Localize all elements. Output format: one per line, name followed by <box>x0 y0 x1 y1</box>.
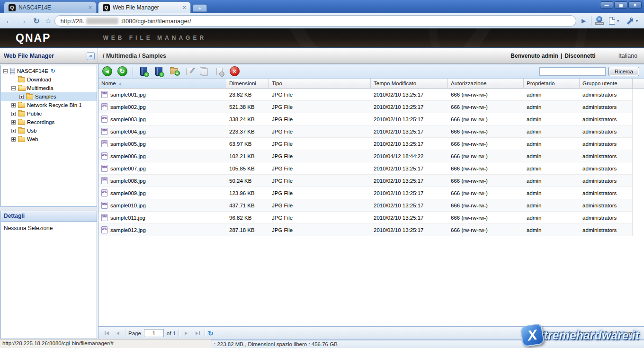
rename-icon <box>183 66 195 77</box>
table-row[interactable]: JPGsample002.jpg521.38 KBJPG File2010/02… <box>98 101 632 113</box>
table-row[interactable]: JPGsample009.jpg123.96 KBJPG File2010/02… <box>98 187 632 199</box>
column-header-label: Tempo Modificato <box>374 80 416 86</box>
refresh-grid-icon[interactable]: ↻ <box>208 330 214 337</box>
tree-item-web[interactable]: Web <box>1 135 97 143</box>
cell-owner: admin <box>524 190 580 196</box>
table-row[interactable]: JPGsample007.jpg105.85 KBJPG File2010/02… <box>98 162 632 175</box>
minimize-button[interactable]: — <box>600 1 613 9</box>
cell-type: JPG File <box>269 166 371 171</box>
page-of-label: of 1 <box>167 330 176 336</box>
toolbar-divider <box>591 16 591 26</box>
cell-text: administrators <box>582 227 617 233</box>
extension-icon[interactable]: a <box>595 16 604 26</box>
cell-modified: 2010/02/10 13:25:17 <box>371 190 448 196</box>
tab-nas-home[interactable]: Q NASC4F14E × <box>4 1 97 13</box>
tree-item-usb[interactable]: Usb <box>1 126 97 135</box>
page-menu-button[interactable]: ▼ <box>608 17 621 25</box>
cell-group: administrators <box>580 178 633 184</box>
cell-text: administrators <box>582 129 617 134</box>
cell-owner: admin <box>524 166 580 171</box>
table-row[interactable]: JPGsample008.jpg50.24 KBJPG File2010/02/… <box>98 175 632 187</box>
tree-item-label: Public <box>27 111 42 116</box>
expand-plus-icon[interactable] <box>19 95 24 99</box>
download-icon[interactable]: ↓ <box>153 66 164 77</box>
new-folder-icon[interactable]: + <box>168 66 179 77</box>
tree-refresh-icon[interactable]: ↻ <box>51 68 55 74</box>
column-header-group[interactable]: Gruppo utente <box>580 79 633 88</box>
back-nav-icon[interactable]: ← <box>4 17 14 25</box>
expand-plus-icon[interactable] <box>11 103 16 107</box>
jpg-file-icon: JPG <box>101 128 107 135</box>
cell-text: admin <box>527 153 541 159</box>
collapse-minus-icon[interactable] <box>11 86 16 90</box>
last-page-icon[interactable] <box>193 329 202 338</box>
new-tab-button[interactable]: + <box>193 4 207 12</box>
first-page-icon[interactable] <box>102 329 111 338</box>
table-row[interactable]: JPGsample011.jpg96.82 KBJPG File2010/02/… <box>98 212 632 224</box>
table-row[interactable]: JPGsample004.jpg223.37 KBJPG File2010/02… <box>98 125 632 138</box>
refresh-icon[interactable]: ↻ <box>116 66 128 77</box>
cell-text: sample006.jpg <box>110 153 146 159</box>
tab-web-file-manager[interactable]: Q Web File Manager × <box>98 1 191 13</box>
column-header-size[interactable]: Dimensioni <box>226 79 269 88</box>
forward-nav-icon[interactable]: → <box>18 17 28 25</box>
close-button[interactable]: × <box>628 1 642 9</box>
restore-button[interactable]: ▣ <box>614 1 627 9</box>
column-header-owner[interactable]: Proprietario <box>524 79 580 88</box>
page-number-input[interactable] <box>144 329 164 337</box>
expand-plus-icon[interactable] <box>11 112 16 116</box>
delete-icon[interactable]: × <box>229 66 240 77</box>
column-header-permission[interactable]: Autorizzazione <box>448 79 524 88</box>
bookmark-star-icon[interactable]: ☆ <box>45 17 51 25</box>
tree-item-network-recycle-bin-1[interactable]: Network Recycle Bin 1 <box>1 101 97 109</box>
language-selector[interactable]: Italiano <box>618 53 637 59</box>
tree-item-public[interactable]: Public <box>1 109 97 118</box>
welcome-area: Benvenuto admin | Disconnetti <box>510 53 595 59</box>
previous-page-icon[interactable] <box>114 329 122 338</box>
tab-close-icon[interactable]: × <box>183 4 186 11</box>
search-button[interactable]: Ricerca <box>608 67 639 76</box>
cell-text: sample007.jpg <box>110 166 146 171</box>
cell-name: JPGsample012.jpg <box>98 226 226 233</box>
table-row[interactable]: JPGsample006.jpg102.21 KBJPG File2010/04… <box>98 150 632 162</box>
tab-title: NASC4F14E <box>18 4 86 11</box>
table-row[interactable]: JPGsample003.jpg338.24 KBJPG File2010/02… <box>98 113 632 125</box>
tree-item-download[interactable]: Download <box>1 75 97 84</box>
expand-plus-icon[interactable] <box>11 129 16 133</box>
reload-icon[interactable]: ↻ <box>31 17 42 26</box>
tools-menu-button[interactable]: ▼ <box>625 17 640 25</box>
table-row[interactable]: JPGsample010.jpg437.71 KBJPG File2010/02… <box>98 199 632 212</box>
tree-item-nasc4f14e[interactable]: NASC4F14E↻ <box>1 67 97 75</box>
collapse-minus-icon[interactable] <box>3 69 8 73</box>
cell-text: admin <box>527 141 541 147</box>
expand-plus-icon[interactable] <box>11 137 16 142</box>
go-icon[interactable]: ▶ <box>580 18 588 24</box>
table-row[interactable]: JPGsample001.jpg23.82 KBJPG File2010/02/… <box>98 89 632 101</box>
collapse-sidebar-icon[interactable]: « <box>87 52 95 60</box>
expand-plus-icon[interactable] <box>11 120 16 125</box>
cell-text: sample004.jpg <box>110 129 146 134</box>
logout-link[interactable]: Disconnetti <box>564 53 595 59</box>
tab-close-icon[interactable]: × <box>89 4 92 11</box>
cell-size: 223.37 KB <box>226 129 269 134</box>
search-input[interactable] <box>539 67 606 76</box>
tree-item-label: NASC4F14E <box>17 68 48 74</box>
column-header-type[interactable]: Tipo <box>269 79 371 88</box>
table-row[interactable]: JPGsample012.jpg287.18 KBJPG File2010/02… <box>98 224 632 236</box>
folder-tree: NASC4F14E↻DownloadMultimediaSamplesNetwo… <box>0 65 97 207</box>
cell-owner: admin <box>524 104 580 110</box>
upload-icon[interactable]: ↑ <box>138 66 149 77</box>
cell-text: 666 (rw-rw-rw-) <box>451 203 488 208</box>
qnap-favicon: Q <box>103 4 110 11</box>
table-row[interactable]: JPGsample005.jpg63.97 KBJPG File2010/02/… <box>98 138 632 150</box>
address-bar[interactable]: http://28. :8080/cgi-bin/filemanager/ <box>54 15 576 27</box>
tree-item-samples[interactable]: Samples <box>1 92 97 101</box>
tree-item-recordings[interactable]: Recordings <box>1 118 97 126</box>
cell-text: admin <box>527 166 541 171</box>
next-page-icon[interactable] <box>182 329 190 338</box>
back-icon[interactable]: ◀ <box>101 66 113 77</box>
cell-text: admin <box>527 178 541 184</box>
column-header-modified[interactable]: Tempo Modificato <box>371 79 448 88</box>
tree-item-multimedia[interactable]: Multimedia <box>1 84 97 92</box>
column-header-name[interactable]: Nome▲ <box>98 79 226 88</box>
